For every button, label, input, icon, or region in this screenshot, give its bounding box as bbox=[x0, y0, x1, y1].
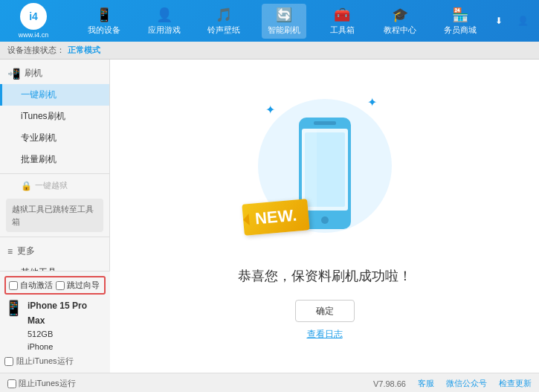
status-bar: 设备连接状态： 正常模式 bbox=[0, 42, 539, 60]
itunes-checkbox[interactable] bbox=[4, 357, 13, 366]
nav-label-smart-flash: 智能刷机 bbox=[268, 25, 300, 36]
sidebar-flash-header: 📲 刷机 bbox=[0, 62, 109, 84]
flash-section-icon: 📲 bbox=[7, 68, 20, 80]
logo-subtext: www.i4.cn bbox=[19, 31, 49, 39]
sidebar-item-batch-flash[interactable]: 批量刷机 bbox=[0, 149, 109, 170]
sidebar-notice: 越狱工具已跳转至工具箱 bbox=[6, 199, 103, 232]
smart-flash-icon: 🔄 bbox=[276, 7, 292, 23]
more-section-icon: ≡ bbox=[7, 246, 13, 257]
nav-label-tutorials: 教程中心 bbox=[384, 25, 416, 36]
device-phone-icon: 📱 bbox=[4, 299, 23, 317]
device-info: 📱 iPhone 15 Pro Max 512GB iPhone bbox=[4, 299, 106, 354]
sidebar-divider-2 bbox=[0, 237, 109, 237]
content-area: ✦ ✦ NEW. 恭喜您，保资料刷机成功啦！ bbox=[110, 60, 539, 373]
tutorials-icon: 🎓 bbox=[392, 7, 408, 23]
flash-section-label: 刷机 bbox=[25, 67, 42, 80]
svg-rect-2 bbox=[314, 121, 336, 125]
logo: i4 www.i4.cn bbox=[7, 3, 59, 39]
itunes-bottom-input[interactable] bbox=[7, 379, 16, 388]
device-type: iPhone bbox=[28, 341, 106, 354]
sidebar-item-one-key-flash[interactable]: 一键刷机 bbox=[0, 84, 109, 106]
sidebar-wrapper: 📲 刷机 一键刷机 iTunes刷机 专业刷机 批量刷机 🔒 一键越狱 越狱工具… bbox=[0, 60, 110, 373]
itunes-label: 阻止iTunes运行 bbox=[16, 356, 74, 367]
svg-rect-5 bbox=[302, 129, 317, 211]
sidebar: 📲 刷机 一键刷机 iTunes刷机 专业刷机 批量刷机 🔒 一键越狱 越狱工具… bbox=[0, 60, 110, 271]
status-mode: 正常模式 bbox=[68, 45, 100, 56]
apps-games-icon: 👤 bbox=[156, 7, 172, 23]
new-badge: NEW. bbox=[242, 199, 310, 236]
header: i4 www.i4.cn 📱 我的设备 👤 应用游戏 🎵 铃声壁纸 🔄 智能刷机… bbox=[0, 0, 539, 42]
nav-label-my-device: 我的设备 bbox=[88, 25, 120, 36]
itunes-bar: 阻止iTunes运行 bbox=[4, 354, 106, 368]
lock-icon: 🔒 bbox=[21, 181, 32, 191]
nav-bar: 📱 我的设备 👤 应用游戏 🎵 铃声壁纸 🔄 智能刷机 🧰 工具箱 🎓 教程中心… bbox=[74, 4, 490, 39]
header-right: ⬇ 👤 bbox=[490, 12, 532, 30]
sidebar-disabled-jailbreak: 🔒 一键越狱 bbox=[0, 177, 109, 194]
footer-link-support[interactable]: 客服 bbox=[418, 378, 434, 389]
sidebar-item-pro-flash[interactable]: 专业刷机 bbox=[0, 127, 109, 149]
nav-item-smart-flash[interactable]: 🔄 智能刷机 bbox=[262, 4, 306, 39]
sidebar-more-header: ≡ 更多 bbox=[0, 240, 109, 262]
more-section-label: 更多 bbox=[17, 245, 35, 257]
guide-label: 跳过向导 bbox=[67, 280, 100, 291]
footer-link-wechat[interactable]: 微信公众号 bbox=[446, 378, 487, 389]
nav-item-toolbox[interactable]: 🧰 工具箱 bbox=[322, 4, 363, 39]
auto-options: 自动激活 跳过向导 bbox=[4, 276, 106, 295]
sidebar-divider-1 bbox=[0, 173, 109, 174]
ringtones-icon: 🎵 bbox=[216, 7, 232, 23]
toolbox-icon: 🧰 bbox=[334, 7, 350, 23]
phone-illustration: ✦ ✦ NEW. bbox=[251, 91, 399, 255]
status-label: 设备连接状态： bbox=[7, 45, 65, 56]
nav-label-toolbox: 工具箱 bbox=[330, 25, 355, 36]
sidebar-item-other-tools[interactable]: 其他工具 bbox=[0, 262, 109, 271]
nav-item-my-device[interactable]: 📱 我的设备 bbox=[82, 4, 126, 39]
sparkle-left-icon: ✦ bbox=[265, 103, 275, 117]
nav-item-shop[interactable]: 🏪 务员商城 bbox=[438, 4, 482, 39]
sparkle-right-icon: ✦ bbox=[367, 95, 377, 109]
auto-activate-label: 自动激活 bbox=[20, 280, 53, 291]
nav-label-ringtones: 铃声壁纸 bbox=[207, 25, 240, 36]
nav-item-ringtones[interactable]: 🎵 铃声壁纸 bbox=[201, 4, 246, 39]
itunes-bottom-label: 阻止iTunes运行 bbox=[19, 378, 76, 389]
sidebar-bottom: 自动激活 跳过向导 📱 iPhone 15 Pro Max 512GB iPho… bbox=[0, 271, 110, 373]
svg-point-3 bbox=[321, 216, 329, 224]
device-name: iPhone 15 Pro Max bbox=[28, 299, 106, 327]
itunes-bottom-checkbox[interactable]: 阻止iTunes运行 bbox=[7, 378, 76, 389]
bottom-left: 阻止iTunes运行 bbox=[7, 378, 373, 389]
log-link[interactable]: 查看日志 bbox=[307, 328, 343, 341]
sidebar-item-itunes-flash[interactable]: iTunes刷机 bbox=[0, 106, 109, 127]
nav-item-apps-games[interactable]: 👤 应用游戏 bbox=[142, 4, 187, 39]
auto-activate-input[interactable] bbox=[9, 281, 18, 290]
guide-checkbox[interactable]: 跳过向导 bbox=[56, 280, 100, 291]
nav-item-tutorials[interactable]: 🎓 教程中心 bbox=[378, 4, 422, 39]
bottom-bar: 阻止iTunes运行 V7.98.66 客服 微信公众号 检查更新 bbox=[0, 373, 539, 392]
confirm-button[interactable]: 确定 bbox=[295, 300, 355, 322]
success-text: 恭喜您，保资料刷机成功啦！ bbox=[238, 267, 412, 285]
device-details: iPhone 15 Pro Max 512GB iPhone bbox=[28, 299, 106, 354]
download-btn[interactable]: ⬇ bbox=[490, 12, 508, 30]
my-device-icon: 📱 bbox=[96, 7, 112, 23]
version-label: V7.98.66 bbox=[373, 379, 406, 388]
auto-activate-checkbox[interactable]: 自动激活 bbox=[9, 280, 53, 291]
shop-icon: 🏪 bbox=[452, 7, 468, 23]
bottom-right: V7.98.66 客服 微信公众号 检查更新 bbox=[373, 378, 532, 389]
guide-input[interactable] bbox=[56, 281, 65, 290]
logo-icon: i4 bbox=[20, 3, 47, 30]
footer-link-update[interactable]: 检查更新 bbox=[499, 378, 532, 389]
nav-label-shop: 务员商城 bbox=[444, 25, 477, 36]
main-layout: 📲 刷机 一键刷机 iTunes刷机 专业刷机 批量刷机 🔒 一键越狱 越狱工具… bbox=[0, 60, 539, 373]
user-btn[interactable]: 👤 bbox=[514, 12, 532, 30]
nav-label-apps-games: 应用游戏 bbox=[148, 25, 181, 36]
device-storage: 512GB bbox=[28, 328, 106, 341]
